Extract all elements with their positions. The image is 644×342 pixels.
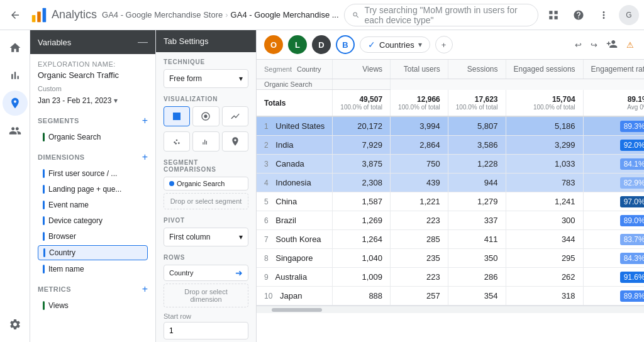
- table-row: 9 Australia 1,009 223 286 262 91.6% 5,2.…: [257, 268, 644, 287]
- nav-audience[interactable]: [3, 118, 28, 143]
- nav-settings[interactable]: [3, 312, 28, 337]
- column-header-engagement-rate[interactable]: Engagement rate: [583, 60, 644, 79]
- row-country: 5 China: [257, 192, 333, 211]
- grid-icon-button[interactable]: [543, 5, 564, 25]
- row-total-users: 285: [391, 230, 448, 249]
- country-name: Brazil: [275, 216, 296, 225]
- viz-table-button[interactable]: [164, 106, 190, 126]
- tab-l[interactable]: L: [288, 35, 307, 54]
- svg-point-4: [176, 140, 178, 141]
- table-row: 10 Japan 888 257 354 318 89.8% 5,1...: [257, 287, 644, 306]
- tab-b[interactable]: B: [336, 35, 355, 54]
- dimension-device-category[interactable]: Device category: [38, 214, 148, 228]
- row-number: 3: [264, 160, 269, 168]
- segment-comparisons-label: SEGMENT COMPARISONS: [164, 159, 248, 173]
- viz-grid: [164, 106, 248, 126]
- column-header-total-users[interactable]: Total users: [391, 60, 448, 79]
- country-name: Indonesia: [275, 178, 311, 187]
- add-user-button[interactable]: [604, 36, 620, 54]
- technique-dropdown[interactable]: Free form ▾: [164, 69, 248, 88]
- help-icon-button[interactable]: [569, 5, 589, 25]
- warning-button[interactable]: ⚠: [624, 38, 636, 52]
- add-metric-button[interactable]: +: [142, 284, 148, 295]
- viz-donut-button[interactable]: [192, 106, 219, 126]
- row-views: 1,009: [333, 268, 391, 287]
- tab-d[interactable]: D: [312, 35, 331, 54]
- column-header-views[interactable]: Views: [333, 60, 391, 79]
- totals-label: Totals: [257, 90, 333, 117]
- home-icon: [9, 41, 21, 54]
- metric-views[interactable]: Views: [38, 299, 148, 312]
- viz-scatter-button[interactable]: [164, 131, 190, 152]
- column-header-engaged-sessions[interactable]: Engaged sessions: [506, 60, 583, 79]
- dimensions-title: DIMENSIONS: [38, 153, 85, 161]
- add-segment-button[interactable]: +: [142, 115, 148, 126]
- horizontal-scrollbar[interactable]: [257, 306, 644, 313]
- row-engagement-rate: 84.3%: [583, 249, 644, 268]
- viz-geo-button[interactable]: [222, 131, 248, 152]
- scatter-icon: [172, 136, 182, 146]
- scrollbar-thumb[interactable]: [272, 308, 322, 312]
- dimension-browser[interactable]: Browser: [38, 229, 148, 243]
- totals-total-users: 12,966 100.0% of total: [391, 90, 448, 117]
- drop-segment-zone[interactable]: Drop or select segment: [164, 193, 248, 209]
- rows-section: ROWS Country ➜ Drop or select dimension …: [164, 254, 248, 342]
- dimension-first-user-source[interactable]: First user source / ...: [38, 167, 148, 180]
- nav-reports[interactable]: [3, 63, 28, 88]
- more-icon-button[interactable]: [594, 5, 614, 25]
- content-area: O L D B ✓ Countries ▾ + ↩ ↪ ⚠: [257, 30, 644, 342]
- table-row: 5 China 1,587 1,221 1,279 1,241 97.0% 7,…: [257, 192, 644, 211]
- metrics-title: METRICS: [38, 285, 71, 293]
- dim-bar: [43, 185, 45, 194]
- avatar[interactable]: G: [619, 5, 639, 25]
- engagement-rate-badge: 84.1%: [620, 158, 644, 170]
- column-header-sessions[interactable]: Sessions: [448, 60, 506, 79]
- rows-country-chip[interactable]: Country ➜: [164, 265, 248, 281]
- nav-explore[interactable]: [3, 91, 28, 116]
- row-engagement-rate: 84.1%: [583, 155, 644, 174]
- row-country: 4 Indonesia: [257, 174, 333, 192]
- dim-label: Browser: [48, 232, 76, 241]
- row-views: 2,308: [333, 174, 391, 192]
- countries-tab[interactable]: ✓ Countries ▾: [360, 36, 430, 53]
- viz-line-button[interactable]: [222, 106, 248, 126]
- row-engaged-sessions: 783: [506, 174, 583, 192]
- add-dimension-button[interactable]: +: [142, 152, 148, 163]
- rows-label: ROWS: [164, 254, 248, 261]
- top-actions: G: [543, 5, 639, 25]
- dimension-event-name[interactable]: Event name: [38, 198, 148, 212]
- bar-chart-icon: [9, 69, 21, 82]
- grid-icon: [548, 9, 559, 21]
- dim-bar: [43, 265, 45, 273]
- dimensions-section-header: DIMENSIONS +: [38, 152, 148, 163]
- viz-bar-button[interactable]: [192, 131, 219, 152]
- start-row-input[interactable]: [164, 322, 248, 339]
- segment-chip-organic-search[interactable]: Organic Search: [38, 130, 148, 144]
- donut-icon: [201, 111, 211, 121]
- row-number: 1: [264, 122, 269, 131]
- row-sessions: 411: [448, 230, 506, 249]
- top-bar: Analytics GA4 - Google Merchandise Store…: [0, 0, 644, 30]
- redo-button[interactable]: ↪: [588, 38, 600, 52]
- dimension-landing-page[interactable]: Landing page + que...: [38, 182, 148, 196]
- drop-dimension-zone[interactable]: Drop or select dimension: [164, 284, 248, 307]
- nav-home[interactable]: [3, 35, 28, 60]
- start-row-label: Start row: [164, 312, 248, 320]
- segment-comparison-chip[interactable]: Organic Search: [164, 177, 248, 190]
- dimension-country[interactable]: Country: [38, 245, 148, 260]
- minimize-button[interactable]: —: [138, 36, 148, 48]
- back-button[interactable]: [5, 5, 25, 25]
- tab-settings-title: Tab Settings: [164, 36, 209, 46]
- data-table-area: Segment Country Views Total users Sessio…: [257, 60, 644, 342]
- undo-button[interactable]: ↩: [572, 38, 584, 52]
- table-row: 1 United States 20,172 3,994 5,807 5,186…: [257, 116, 644, 136]
- search-bar[interactable]: Try searching "MoM growth in users for e…: [344, 4, 538, 26]
- dimension-item-name[interactable]: Item name: [38, 262, 148, 276]
- row-country: 2 India: [257, 136, 333, 155]
- add-tab-button[interactable]: +: [435, 36, 453, 53]
- pivot-dropdown[interactable]: First column ▾: [164, 228, 248, 246]
- seg-color-dot: [169, 181, 174, 186]
- date-range-selector[interactable]: Jan 23 - Feb 21, 2023 ▾: [38, 94, 148, 108]
- tab-o[interactable]: O: [264, 35, 283, 54]
- store-name: GA4 - Google Merchandise Store: [102, 10, 223, 19]
